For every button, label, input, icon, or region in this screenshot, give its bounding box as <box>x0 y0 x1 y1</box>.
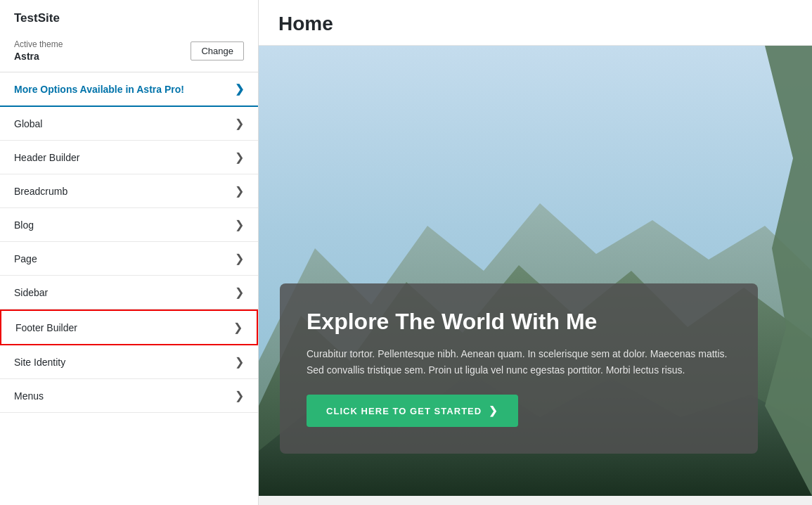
promo-chevron-icon: ❯ <box>235 82 244 96</box>
chevron-icon-breadcrumb: ❯ <box>235 184 244 198</box>
sidebar: TestSite Active theme Astra Change More … <box>0 0 259 505</box>
sidebar-item-page[interactable]: Page❯ <box>0 242 258 276</box>
hero-body: Curabitur tortor. Pellentesque nibh. Aen… <box>307 346 731 378</box>
sidebar-item-label-global: Global <box>14 118 42 129</box>
chevron-icon-page: ❯ <box>235 252 244 265</box>
chevron-icon-sidebar: ❯ <box>235 286 244 299</box>
preview-container: Explore The World With Me Curabitur tort… <box>259 46 812 496</box>
sidebar-item-footer-builder[interactable]: Footer Builder❯ <box>0 309 258 345</box>
hero-card: Explore The World With Me Curabitur tort… <box>280 283 758 454</box>
sidebar-item-global[interactable]: Global❯ <box>0 107 258 141</box>
site-title: TestSite <box>0 0 258 32</box>
sidebar-item-label-page: Page <box>14 253 37 264</box>
theme-label: Active theme <box>14 39 63 49</box>
main-content: Home <box>259 0 812 505</box>
chevron-icon-header-builder: ❯ <box>235 151 244 164</box>
sidebar-item-label-site-identity: Site Identity <box>14 357 65 368</box>
hero-cta-arrow-icon: ❯ <box>489 404 498 417</box>
sidebar-item-label-blog: Blog <box>14 219 34 231</box>
promo-label: More Options Available in Astra Pro! <box>14 84 184 95</box>
chevron-icon-footer-builder: ❯ <box>233 321 243 334</box>
sidebar-item-header-builder[interactable]: Header Builder❯ <box>0 141 258 174</box>
sidebar-item-label-header-builder: Header Builder <box>14 152 79 163</box>
chevron-icon-site-identity: ❯ <box>235 355 244 369</box>
theme-info: Active theme Astra <box>14 39 63 62</box>
page-title: Home <box>278 13 792 35</box>
sidebar-item-label-breadcrumb: Breadcrumb <box>14 186 67 197</box>
chevron-icon-blog: ❯ <box>235 218 244 231</box>
chevron-icon-menus: ❯ <box>235 389 244 402</box>
chevron-icon-global: ❯ <box>235 117 244 130</box>
menu-list: Global❯Header Builder❯Breadcrumb❯Blog❯Pa… <box>0 107 258 413</box>
sidebar-item-label-footer-builder: Footer Builder <box>15 322 77 333</box>
sidebar-item-site-identity[interactable]: Site Identity❯ <box>0 345 258 379</box>
hero-heading: Explore The World With Me <box>307 309 731 335</box>
change-theme-button[interactable]: Change <box>191 41 244 60</box>
sidebar-item-sidebar[interactable]: Sidebar❯ <box>0 276 258 309</box>
hero-cta-label: CLICK HERE TO GET STARTED <box>326 406 482 416</box>
sidebar-item-label-sidebar: Sidebar <box>14 287 48 298</box>
sidebar-item-menus[interactable]: Menus❯ <box>0 379 258 413</box>
theme-row: Active theme Astra Change <box>0 32 258 72</box>
promo-item[interactable]: More Options Available in Astra Pro! ❯ <box>0 72 258 107</box>
sidebar-item-label-menus: Menus <box>14 390 44 402</box>
sidebar-item-breadcrumb[interactable]: Breadcrumb❯ <box>0 174 258 208</box>
main-header: Home <box>259 0 812 46</box>
theme-name: Astra <box>14 51 63 62</box>
sidebar-item-blog[interactable]: Blog❯ <box>0 208 258 242</box>
hero-cta-button[interactable]: CLICK HERE TO GET STARTED ❯ <box>307 395 518 427</box>
